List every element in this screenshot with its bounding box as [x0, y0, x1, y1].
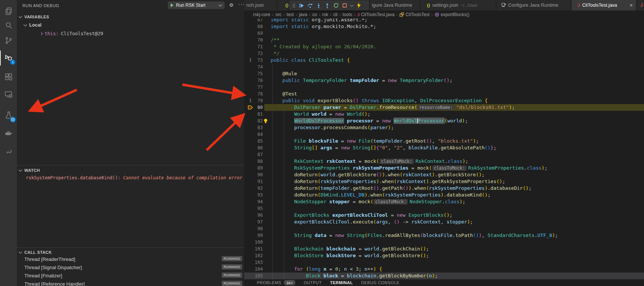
gradle-icon[interactable] — [0, 144, 17, 159]
code-line-88[interactable]: 88 RskContext rskContext = mock(classToM… — [244, 158, 644, 165]
code-line-79[interactable]: )79 public void exportBlocks() throws IO… — [244, 97, 644, 104]
line-number[interactable]: 74 — [251, 64, 263, 70]
more-actions-icon[interactable]: ··· — [238, 1, 244, 7]
line-number[interactable]: 92 — [251, 186, 263, 191]
gutter-glyph-margin[interactable] — [244, 225, 251, 232]
code-line-91[interactable]: 91 doReturn(rskSystemProperties).when(rs… — [244, 178, 644, 185]
gutter-glyph-margin[interactable] — [244, 246, 251, 252]
code-line-71[interactable]: 71 * Created by ajlopez on 26/04/2020. — [244, 43, 644, 50]
code-line-73[interactable]: )73public class CliToolsTest { — [244, 57, 644, 64]
gear-icon[interactable]: ⚙ — [229, 2, 234, 8]
gutter-glyph-margin[interactable] — [244, 239, 251, 246]
panel-tab-terminal[interactable]: TERMINAL — [330, 280, 353, 285]
start-debug-icon[interactable] — [171, 3, 173, 7]
gutter-glyph-margin[interactable] — [244, 50, 251, 57]
line-number[interactable]: 104 — [251, 267, 263, 272]
gutter-glyph-margin[interactable] — [244, 104, 251, 111]
code-line-74[interactable]: 74 — [244, 64, 644, 70]
tab-configure-java-runtime-2[interactable]: Configure Java Runtime — [497, 0, 571, 10]
remote-explorer-icon[interactable] — [0, 87, 17, 102]
line-number[interactable]: 79 — [251, 98, 263, 103]
breadcrumb-item[interactable]: java — [299, 12, 307, 17]
gutter-glyph-margin[interactable] — [244, 252, 251, 259]
explorer-icon[interactable] — [0, 4, 17, 19]
lightbulb-icon[interactable] — [264, 119, 268, 124]
line-number[interactable]: 87 — [251, 152, 263, 157]
code-line-84[interactable]: 84 — [244, 131, 644, 138]
line-number[interactable]: 98 — [251, 226, 263, 231]
variable-this[interactable]: this: CliToolsTest@29 — [40, 31, 103, 36]
line-number[interactable]: 101 — [251, 246, 263, 252]
gutter-glyph-margin[interactable] — [244, 131, 251, 138]
line-number[interactable]: 102 — [251, 253, 263, 258]
code-line-92[interactable]: 92 doReturn(tempFolder.getRoot().getPath… — [244, 185, 644, 192]
run-and-debug-icon[interactable]: 1 — [0, 51, 17, 66]
code-line-85[interactable]: 85 File blocksFile = new File(tempFolder… — [244, 138, 644, 144]
breadcrumb-item[interactable]: co — [312, 12, 317, 17]
code-line-102[interactable]: 102 BlockStore blockStore = world.getBlo… — [244, 252, 644, 259]
code-line-89[interactable]: 89 RskSystemProperties rskSystemProperti… — [244, 165, 644, 171]
gutter-glyph-margin[interactable] — [244, 43, 251, 50]
code-line-104[interactable]: 104 for (long n = 0; n < 3; n++) { — [244, 266, 644, 273]
variables-section-header[interactable]: VARIABLES — [17, 13, 244, 20]
gutter-glyph-margin[interactable] — [244, 124, 251, 131]
breadcrumb-item[interactable]: CliToolsTest — [400, 12, 429, 17]
call-stack-thread[interactable]: Thread [ReaderThread]RUNNING — [17, 255, 244, 263]
step-into-icon[interactable] — [316, 3, 322, 9]
line-number[interactable]: 84 — [251, 132, 263, 137]
line-number[interactable]: 93 — [251, 192, 263, 198]
tab-java-overflow[interactable]: J — [637, 0, 644, 10]
watch-section-header[interactable]: WATCH — [17, 167, 244, 174]
code-editor[interactable]: 67import static org.junit.Assert.*;68imp… — [244, 19, 644, 279]
code-line-98[interactable]: 98 — [244, 225, 644, 232]
line-number[interactable]: 85 — [251, 139, 263, 144]
gutter-glyph-margin[interactable] — [244, 84, 251, 91]
stop-icon[interactable] — [341, 3, 347, 9]
gutter-glyph-margin[interactable] — [244, 192, 251, 198]
gutter-glyph-margin[interactable] — [244, 205, 251, 212]
breadcrumb-item[interactable]: exportBlocks() — [435, 12, 470, 17]
search-icon[interactable] — [0, 18, 17, 33]
gutter-glyph-margin[interactable] — [244, 91, 251, 97]
gutter-glyph-margin[interactable] — [244, 77, 251, 84]
code-line-87[interactable]: 87 — [244, 151, 644, 158]
line-number[interactable]: 99 — [251, 233, 263, 238]
gutter-glyph-margin[interactable] — [244, 144, 251, 151]
tab-launch-json[interactable]: nch.json — [244, 0, 277, 10]
panel-tab-output[interactable]: OUTPUT — [304, 280, 322, 285]
gutter-glyph-margin[interactable]: ) — [244, 57, 251, 64]
code-line-99[interactable]: 99 String data = new String(Files.readAl… — [244, 232, 644, 239]
gutter-glyph-margin[interactable] — [244, 151, 251, 158]
code-line-69[interactable]: 69 — [244, 30, 644, 37]
line-number[interactable]: 100 — [251, 240, 263, 245]
code-line-94[interactable]: 94 NodeStopper stopper = mock(classToMoc… — [244, 198, 644, 205]
fold-arc-icon[interactable]: ) — [249, 58, 252, 63]
gutter-glyph-margin[interactable] — [244, 273, 251, 279]
hot-code-replace-icon[interactable] — [356, 3, 362, 9]
code-line-76[interactable]: 76 public TemporaryFolder tempFolder = n… — [244, 77, 644, 84]
breadcrumb-item[interactable]: JCliToolsTest.java — [357, 12, 395, 17]
code-line-97[interactable]: 97 exportBlocksCliTool.execute(args, () … — [244, 219, 644, 225]
line-number[interactable]: 95 — [251, 206, 263, 211]
code-line-70[interactable]: 70/** — [244, 37, 644, 43]
line-number[interactable]: 77 — [251, 85, 263, 90]
line-number[interactable]: 68 — [251, 24, 263, 29]
breadcrumb-item[interactable]: rskj-core — [253, 12, 270, 17]
code-line-80[interactable]: 80 DslParser parser = DslParser.fromReso… — [244, 104, 644, 111]
call-stack-thread[interactable]: Thread [Reference Handler]RUNNING — [17, 280, 244, 286]
line-number[interactable]: 71 — [251, 44, 263, 49]
gutter-glyph-margin[interactable] — [244, 178, 251, 185]
gutter-glyph-margin[interactable] — [244, 158, 251, 165]
tab-clitoolstest-java[interactable]: J CliToolsTest.java × — [572, 0, 637, 10]
line-number[interactable]: 103 — [251, 260, 263, 265]
call-stack-thread[interactable]: Thread [Finalizer]RUNNING — [17, 271, 244, 280]
code-line-93[interactable]: 93 doReturn(DbKind.LEVEL_DB).when(rskSys… — [244, 192, 644, 198]
code-line-78[interactable]: 78 @Test — [244, 91, 644, 97]
line-number[interactable]: 96 — [251, 213, 263, 218]
call-stack-thread[interactable]: Thread [Signal Dispatcher]RUNNING — [17, 263, 244, 271]
breadcrumb-item[interactable]: rsk — [322, 12, 328, 17]
code-line-86[interactable]: 86 String[] args = new String[]{"0", "2"… — [244, 144, 644, 151]
close-icon[interactable]: × — [630, 2, 633, 8]
line-number[interactable]: 69 — [251, 31, 263, 36]
code-line-103[interactable]: 103 — [244, 259, 644, 266]
